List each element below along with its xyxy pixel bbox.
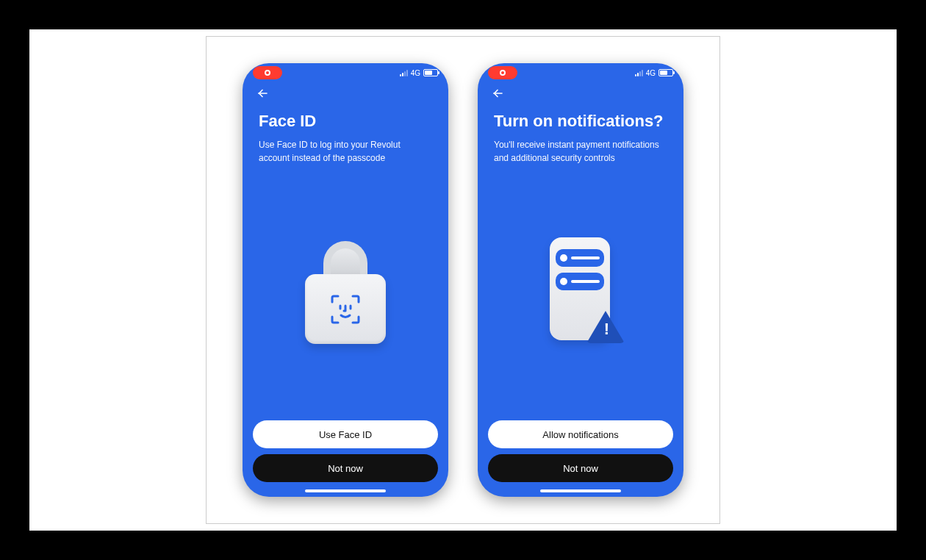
back-arrow-icon[interactable] bbox=[491, 87, 504, 100]
illustration-notifications: ! bbox=[478, 165, 683, 420]
phone-notifications: 4G Turn on notifications? You'll receive… bbox=[478, 63, 683, 497]
signal-icon bbox=[635, 70, 643, 76]
page-subtitle: Use Face ID to log into your Revolut acc… bbox=[259, 138, 428, 165]
status-bar: 4G bbox=[243, 63, 448, 82]
recording-indicator-icon bbox=[253, 66, 282, 79]
screenshot-card: 4G Face ID Use Face ID to log into your … bbox=[206, 36, 720, 524]
recording-indicator-icon bbox=[488, 66, 517, 79]
signal-icon bbox=[400, 70, 408, 76]
page-subtitle: You'll receive instant payment notificat… bbox=[494, 138, 663, 165]
page-title: Turn on notifications? bbox=[494, 112, 667, 131]
status-right: 4G bbox=[400, 69, 438, 77]
notification-bubble-icon bbox=[556, 249, 604, 267]
page-title: Face ID bbox=[259, 112, 432, 131]
back-arrow-icon[interactable] bbox=[256, 87, 269, 100]
notification-bubble-icon bbox=[556, 273, 604, 290]
home-indicator-icon[interactable] bbox=[540, 489, 621, 492]
allow-notifications-button[interactable]: Allow notifications bbox=[488, 420, 673, 448]
phone-faceid: 4G Face ID Use Face ID to log into your … bbox=[243, 63, 448, 497]
notification-phone-icon: ! bbox=[536, 237, 625, 348]
battery-icon bbox=[423, 69, 438, 76]
status-bar: 4G bbox=[478, 63, 683, 82]
lock-icon bbox=[305, 241, 386, 344]
network-label: 4G bbox=[646, 69, 656, 77]
illustration-faceid bbox=[243, 165, 448, 420]
use-faceid-button[interactable]: Use Face ID bbox=[253, 420, 438, 448]
status-right: 4G bbox=[635, 69, 673, 77]
not-now-button[interactable]: Not now bbox=[488, 454, 673, 482]
battery-icon bbox=[658, 69, 673, 76]
alert-exclaim-icon: ! bbox=[604, 320, 609, 339]
not-now-button[interactable]: Not now bbox=[253, 454, 438, 482]
canvas: 4G Face ID Use Face ID to log into your … bbox=[29, 29, 897, 531]
home-indicator-icon[interactable] bbox=[305, 489, 386, 492]
faceid-glyph-icon bbox=[328, 292, 363, 327]
network-label: 4G bbox=[411, 69, 420, 77]
